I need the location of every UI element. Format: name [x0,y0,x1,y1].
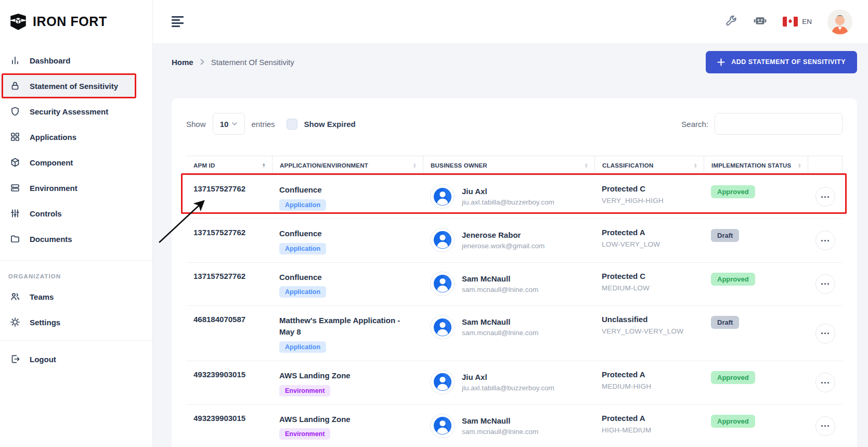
user-avatar[interactable] [827,9,852,34]
column-header-apm-id[interactable]: APM ID ▲▼ [186,156,272,175]
sort-icon: ▲▼ [408,163,417,169]
brand-name: IRON FORT [33,14,107,29]
table-row[interactable]: 493239903015 AWS Landing Zone Environmen… [186,361,843,405]
table-row[interactable]: 137157527762 Confluence Application Jiu … [186,175,843,219]
sidebar-item-label: Dashboard [30,56,70,65]
type-badge: Application [279,341,326,353]
sidebar-item-label: Component [30,158,73,167]
hamburger-menu-icon [172,16,184,18]
table-controls-right: Search: [681,113,843,135]
table-controls-left: Show 10 entries Show Expired [186,113,356,135]
owner-name: Sam McNaull [462,274,538,283]
sidebar-divider [0,340,152,341]
table-row[interactable]: 493239903015 AWS Landing Zone Environmen… [186,405,843,447]
row-actions-button[interactable] [815,416,835,436]
apm-id: 137157527762 [193,228,245,237]
sidebar-item-environment[interactable]: Environment [0,177,136,199]
sidebar-item-documents[interactable]: Documents [0,228,136,250]
application-name: Matthew's Example Application - May 8 [279,315,410,338]
owner-name: Sam McNaull [462,416,538,425]
owner-name: Jiu Axl [462,373,554,381]
show-expired-label[interactable]: Show Expired [304,120,356,129]
show-expired-checkbox[interactable] [287,119,297,130]
apm-id: 493239903015 [193,370,245,379]
add-statement-of-sensitivity-button[interactable]: ADD STATEMENT OF SENSITIVITY [706,51,857,73]
page-header: Home Statement Of Sensitivity ADD STATEM… [172,50,857,73]
row-actions-button[interactable] [815,187,835,207]
sensitivity-level: VERY_LOW-VERY_LOW [602,327,697,335]
assistant-robot-button[interactable] [753,14,767,30]
owner-avatar-icon [430,315,455,339]
sidebar-item-logout[interactable]: Logout [0,348,136,370]
table-row[interactable]: 137157527762 Confluence Application Jene… [186,219,843,263]
grid-icon [9,131,21,143]
search-input[interactable] [715,113,843,135]
entries-label: entries [252,120,275,129]
user-illustration-avatar-icon [827,9,852,34]
status-badge: Draft [711,229,739,242]
sidebar-item-label: Environment [30,184,77,193]
cube-icon [9,157,21,168]
sidebar-item-dashboard[interactable]: Dashboard [0,49,136,71]
brand-logo[interactable]: IRON FORT [0,0,152,43]
sliders-icon [9,208,21,219]
sidebar-item-security-assessment[interactable]: Security Assessment [0,100,136,122]
sidebar-item-settings[interactable]: Settings [0,311,136,333]
shield-icon [9,106,21,117]
search-label: Search: [681,120,708,129]
table-row[interactable]: 468184070587 Matthew's Example Applicati… [186,306,843,361]
owner-avatar-icon [430,272,455,296]
classification: Protected C [602,184,697,193]
sidebar-item-statement-of-sensitivity[interactable]: Statement of Sensitivity [0,75,136,97]
bar-chart-icon [9,55,21,66]
sidebar-item-component[interactable]: Component [0,151,136,173]
sensitivity-level: VERY_HIGH-HIGH [602,197,697,205]
column-header-classification[interactable]: CLASSIFICATION ▲▼ [594,156,704,175]
sort-icon: ▲▼ [793,163,801,169]
column-header-implementation-status[interactable]: IMPLEMENTATION STATUS ▲▼ [704,156,808,175]
canada-flag-icon [783,17,798,27]
sensitivity-level: LOW-VERY_LOW [602,240,697,248]
owner-email: jenerose.work@gmail.com [462,242,545,250]
row-actions-button[interactable] [815,324,835,343]
owner-name: Jiu Axl [462,187,554,196]
breadcrumb-current: Statement Of Sensitivity [211,58,294,67]
language-selector[interactable]: EN [783,17,812,27]
sidebar-item-applications[interactable]: Applications [0,126,136,148]
robot-icon [753,14,767,30]
type-badge: Application [279,199,326,211]
column-header-application-environment[interactable]: APPLICATION/ENVIRONMENT ▲▼ [272,156,423,175]
status-badge: Approved [711,415,755,428]
sensitivity-level: HIGH-MEDIUM [602,426,697,434]
apm-id: 493239903015 [193,414,245,423]
classification: Protected A [602,228,697,237]
menu-toggle-button[interactable] [172,16,184,27]
column-header-actions [808,156,843,175]
owner-name: Sam McNaull [462,317,538,326]
sidebar-item-label: Teams [30,292,54,301]
apm-id: 468184070587 [193,315,245,324]
owner-avatar-icon [430,184,455,209]
owner-avatar-icon [430,370,455,394]
table-row[interactable]: 137157527762 Confluence Application Sam … [186,263,843,306]
row-actions-button[interactable] [815,373,835,392]
tools-wrench-button[interactable] [724,15,737,29]
sidebar-item-label: Documents [30,235,72,244]
row-actions-button[interactable] [815,231,835,250]
wrench-icon [724,15,737,29]
sidebar-item-label: Statement of Sensitivity [30,82,118,91]
row-actions-button[interactable] [815,274,835,294]
page-size-select[interactable]: 10 [213,113,245,135]
type-badge: Environment [279,385,330,397]
breadcrumb-home-link[interactable]: Home [172,58,193,67]
chevron-right-icon [200,59,204,65]
sensitivity-level: MEDIUM-LOW [602,284,697,292]
application-name: AWS Landing Zone [279,370,410,381]
users-icon [9,291,21,302]
column-header-business-owner[interactable]: BUSINESS OWNER ▲▼ [423,156,594,175]
sidebar-item-controls[interactable]: Controls [0,202,136,224]
sidebar-section-organization: ORGANIZATION [8,273,152,279]
statements-card: Show 10 entries Show Expired Search: [172,98,857,447]
sidebar-item-teams[interactable]: Teams [0,286,136,308]
server-icon [9,182,21,194]
